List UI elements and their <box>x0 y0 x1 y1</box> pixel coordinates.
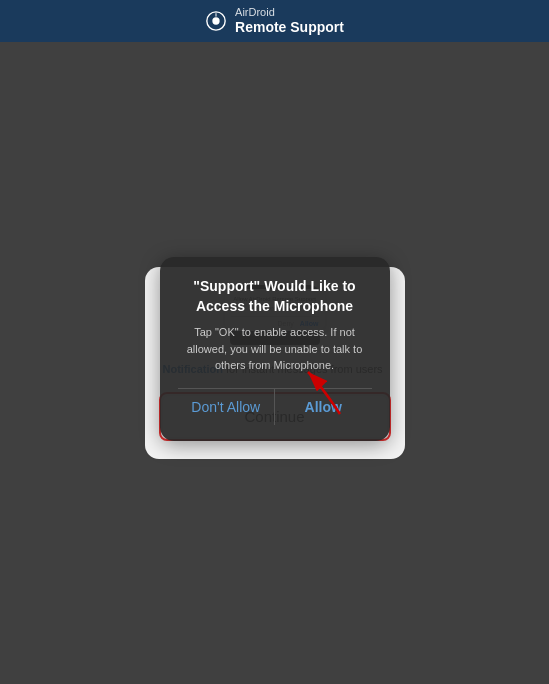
airdroid-logo-icon <box>205 10 227 32</box>
dialog-buttons: Don't Allow Allow <box>178 388 372 425</box>
microphone-dialog: "Support" Would Like to Access the Micro… <box>160 257 390 441</box>
dialog-title: "Support" Would Like to Access the Micro… <box>178 277 372 316</box>
main-card: Allow AirDroid Remote Support to record … <box>145 267 405 459</box>
top-bar: AirDroid Remote Support <box>0 0 549 42</box>
dont-allow-button[interactable]: Don't Allow <box>178 389 276 425</box>
dialog-body: Tap "OK" to enable access. If not allowe… <box>178 324 372 374</box>
background-overlay: Allow AirDroid Remote Support to record … <box>0 42 549 684</box>
brand-name: AirDroid <box>235 6 344 19</box>
svg-point-1 <box>212 17 219 24</box>
allow-button[interactable]: Allow <box>275 389 372 425</box>
product-name: Remote Support <box>235 19 344 36</box>
top-bar-title: AirDroid Remote Support <box>235 6 344 36</box>
